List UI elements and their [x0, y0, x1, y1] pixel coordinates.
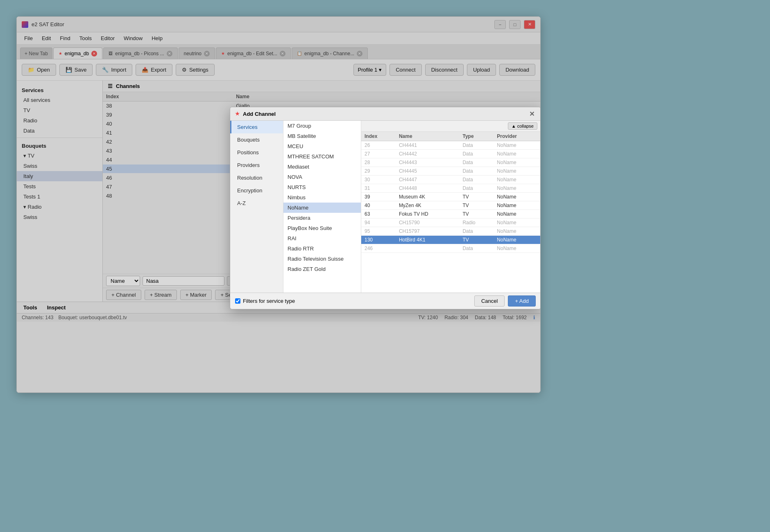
- menu-edit[interactable]: Edit: [38, 34, 55, 43]
- export-button[interactable]: 📤 Export: [136, 64, 172, 76]
- menu-find[interactable]: Find: [56, 34, 74, 43]
- sidebar-item-data[interactable]: Data: [17, 126, 102, 136]
- dialog-channels-list[interactable]: ▲ collapse Index Name Type Provider: [361, 121, 541, 293]
- dialog-table-row[interactable]: 130HotBird 4K1TVNoName: [361, 236, 541, 244]
- sidebar-item-tv[interactable]: TV: [17, 105, 102, 115]
- tab-enigma-db-close[interactable]: ✕: [91, 51, 97, 56]
- channel-index: 47: [103, 183, 233, 192]
- provider-item[interactable]: NURTS: [283, 182, 361, 192]
- menu-help[interactable]: Help: [147, 34, 167, 43]
- dialog-channel-provider: NoName: [494, 141, 541, 150]
- tools-tab[interactable]: Tools: [22, 304, 39, 311]
- sidebar-item-swiss[interactable]: Swiss: [17, 161, 102, 171]
- menu-file[interactable]: File: [20, 34, 37, 43]
- save-button[interactable]: 💾 Save: [59, 64, 93, 76]
- open-button[interactable]: 📁 Open: [22, 64, 56, 76]
- dialog-channel-name: CH4442: [396, 150, 460, 158]
- dialog-nav-positions[interactable]: Positions: [230, 146, 283, 159]
- dialog-nav-services[interactable]: Services: [230, 121, 283, 133]
- sidebar-item-italy[interactable]: Italy: [17, 171, 102, 181]
- provider-item[interactable]: Persidera: [283, 213, 361, 223]
- dialog-table-row[interactable]: 30CH4447DataNoName: [361, 176, 541, 184]
- tab-enigma-db[interactable]: ★ enigma_db ✕: [53, 47, 102, 59]
- dialog-table-row[interactable]: 31CH4448DataNoName: [361, 184, 541, 193]
- dialog-nav-providers[interactable]: Providers: [230, 159, 283, 171]
- tab-neutrino[interactable]: neutrino ✕: [179, 47, 215, 59]
- collapse-button[interactable]: ▲ collapse: [508, 122, 537, 130]
- filter-checkbox[interactable]: [235, 298, 240, 304]
- tab-enigma-edit-close[interactable]: ✕: [280, 51, 285, 56]
- dialog-channel-type: TV: [459, 210, 494, 219]
- info-icon[interactable]: ℹ: [533, 315, 535, 320]
- tab-neutrino-close[interactable]: ✕: [204, 51, 210, 56]
- tab-enigma-edit[interactable]: ★ enigma_db - Edit Set... ✕: [216, 47, 291, 59]
- dialog-table-row[interactable]: 27CH4442DataNoName: [361, 150, 541, 158]
- provider-item[interactable]: MTHREE SATCOM: [283, 151, 361, 162]
- sidebar-item-tv-bouquet[interactable]: ▾ TV: [17, 151, 102, 161]
- tab-enigma-picons-close[interactable]: ✕: [167, 51, 172, 56]
- provider-item[interactable]: M7 Group: [283, 121, 361, 131]
- import-button[interactable]: 🔧 Import: [96, 64, 132, 76]
- provider-item[interactable]: Radio Television Suisse: [283, 254, 361, 264]
- dialog-table-row[interactable]: 246DataNoName: [361, 244, 541, 253]
- provider-item[interactable]: Radio RTR: [283, 243, 361, 254]
- search-input[interactable]: [143, 276, 224, 286]
- settings-button[interactable]: ⚙ Settings: [176, 64, 215, 76]
- disconnect-button[interactable]: Disconnect: [425, 64, 464, 76]
- upload-button[interactable]: Upload: [467, 64, 496, 76]
- sidebar-item-tests1[interactable]: Tests 1: [17, 192, 102, 202]
- channel-index: 40: [103, 119, 233, 128]
- search-field-select[interactable]: Name Index Provider Type: [106, 276, 140, 286]
- menu-tools[interactable]: Tools: [75, 34, 96, 43]
- provider-item[interactable]: MB Satellite: [283, 131, 361, 141]
- dialog-table-row[interactable]: 28CH4443DataNoName: [361, 158, 541, 167]
- dialog-table-row[interactable]: 40MyZen 4KTVNoName: [361, 201, 541, 210]
- download-button[interactable]: Download: [499, 64, 535, 76]
- cancel-button[interactable]: Cancel: [474, 295, 505, 307]
- add-stream-button[interactable]: + Stream: [145, 290, 177, 300]
- tab-enigma-picons[interactable]: 🖼 enigma_db - Picons ... ✕: [103, 47, 177, 59]
- new-tab-button[interactable]: + New Tab: [20, 47, 52, 59]
- add-button[interactable]: + Add: [508, 295, 536, 307]
- minimize-button[interactable]: −: [494, 20, 506, 29]
- col-name: Name: [233, 92, 540, 101]
- close-button[interactable]: ✕: [524, 20, 535, 29]
- tab-enigma-channe[interactable]: 📋 enigma_db - Channe... ✕: [292, 47, 368, 59]
- connect-button[interactable]: Connect: [390, 64, 421, 76]
- provider-item[interactable]: MCEU: [283, 141, 361, 151]
- provider-item[interactable]: PlayBox Neo Suite: [283, 223, 361, 233]
- provider-item[interactable]: Radio ZET Gold: [283, 264, 361, 274]
- sidebar-item-radio-bouquet[interactable]: ▾ Radio: [17, 202, 102, 212]
- sidebar-item-swiss-radio[interactable]: Swiss: [17, 212, 102, 222]
- dialog-table-row[interactable]: 94CH15790RadioNoName: [361, 219, 541, 227]
- add-channel-button[interactable]: + Channel: [106, 290, 141, 300]
- dialog-nav-az[interactable]: A-Z: [230, 197, 283, 210]
- provider-item[interactable]: RAI: [283, 233, 361, 243]
- dialog-table-row[interactable]: 26CH4441DataNoName: [361, 141, 541, 150]
- sidebar-item-all-services[interactable]: All services: [17, 95, 102, 105]
- menu-editor[interactable]: Editor: [97, 34, 119, 43]
- tab-enigma-channe-close[interactable]: ✕: [357, 51, 362, 56]
- maximize-button[interactable]: □: [509, 20, 521, 29]
- dialog-col-provider: Provider: [494, 132, 541, 141]
- provider-item[interactable]: NoName: [283, 203, 361, 213]
- dialog-nav-encryption[interactable]: Encryption: [230, 184, 283, 197]
- dialog-table-row[interactable]: 39Museum 4KTVNoName: [361, 193, 541, 201]
- dialog-close-button[interactable]: ✕: [528, 110, 536, 118]
- provider-item[interactable]: Mediaset: [283, 162, 361, 172]
- profile-dropdown[interactable]: Profile 1 ▾: [353, 64, 387, 76]
- dialog-table-row[interactable]: 63Fokus TV HDTVNoName: [361, 210, 541, 219]
- sidebar-item-radio[interactable]: Radio: [17, 115, 102, 126]
- menu-window[interactable]: Window: [120, 34, 147, 43]
- provider-item[interactable]: NOVA: [283, 172, 361, 182]
- sidebar-item-tests[interactable]: Tests: [17, 181, 102, 192]
- dialog-table-row[interactable]: 29CH4445DataNoName: [361, 167, 541, 176]
- dialog-providers-list[interactable]: M7 GroupMB SatelliteMCEUMTHREE SATCOMMed…: [283, 121, 361, 293]
- dialog-nav-resolution[interactable]: Resolution: [230, 171, 283, 184]
- inspect-tab[interactable]: Inspect: [45, 304, 68, 311]
- add-marker-button[interactable]: + Marker: [180, 290, 212, 300]
- provider-item[interactable]: Nimbus: [283, 192, 361, 203]
- dialog-nav-bouquets[interactable]: Bouquets: [230, 133, 283, 146]
- toolbar: 📁 Open 💾 Save 🔧 Import 📤 Export ⚙ Settin…: [17, 59, 540, 81]
- dialog-table-row[interactable]: 95CH15797DataNoName: [361, 227, 541, 236]
